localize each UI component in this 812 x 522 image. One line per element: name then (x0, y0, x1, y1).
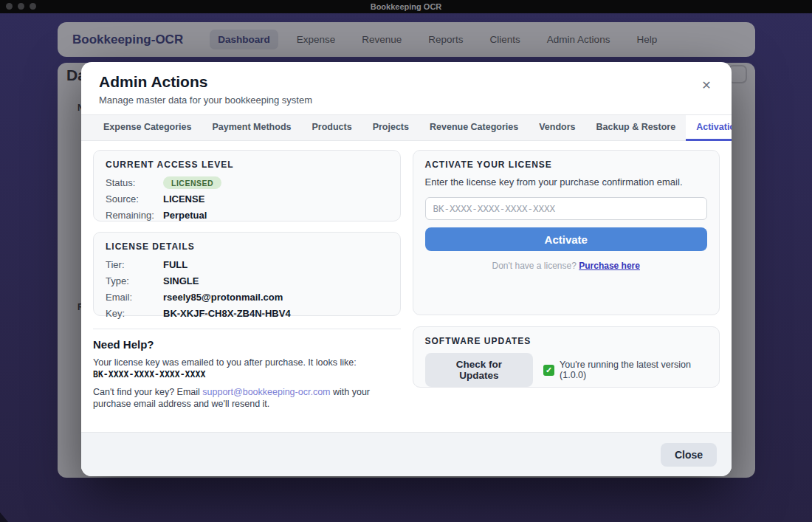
modal-tabbar: Expense Categories Payment Methods Produ… (81, 114, 732, 141)
tier-row: Tier: FULL (106, 258, 388, 271)
close-icon[interactable]: ✕ (698, 76, 715, 94)
email-label: Email: (106, 292, 163, 303)
version-status: ✓ You're running the latest version (1.0… (543, 360, 707, 380)
type-label: Type: (106, 275, 163, 286)
tab-vendors[interactable]: Vendors (529, 115, 585, 141)
license-key-input[interactable] (425, 197, 708, 220)
source-label: Source: (106, 193, 163, 205)
tab-revenue-categories[interactable]: Revenue Categories (419, 115, 529, 141)
key-value: BK-XKJF-CH8X-ZB4N-HBV4 (163, 308, 291, 319)
window-close-icon[interactable] (6, 3, 13, 10)
divider (93, 329, 401, 329)
nav-item-dashboard[interactable]: Dashboard (210, 30, 278, 49)
need-help-heading: Need Help? (93, 338, 401, 351)
nav-items: Dashboard Expense Revenue Reports Client… (210, 30, 665, 49)
titlebar: Bookkeeping OCR (0, 0, 812, 13)
activate-heading: ACTIVATE YOUR LICENSE (425, 159, 708, 170)
help-line-2: Can't find your key? Email support@bookk… (93, 386, 401, 411)
admin-actions-modal: Admin Actions Manage master data for you… (81, 62, 732, 476)
source-value: LICENSE (163, 193, 204, 205)
tab-expense-categories[interactable]: Expense Categories (93, 115, 202, 141)
email-value: rseely85@protonmail.com (163, 292, 283, 303)
remaining-value: Perpetual (163, 210, 207, 221)
nav-item-help[interactable]: Help (628, 30, 665, 49)
check-icon: ✓ (543, 365, 554, 376)
status-row: Status: LICENSED (106, 176, 388, 189)
nav-item-clients[interactable]: Clients (482, 30, 529, 49)
left-column: CURRENT ACCESS LEVEL Status: LICENSED So… (93, 150, 401, 411)
window-controls (6, 3, 36, 10)
key-label: Key: (106, 308, 163, 319)
nav-item-revenue[interactable]: Revenue (354, 30, 410, 49)
purchase-here-link[interactable]: Purchase here (579, 261, 640, 271)
app-navbar: Bookkeeping-OCR Dashboard Expense Revenu… (58, 22, 755, 57)
current-access-level-card: CURRENT ACCESS LEVEL Status: LICENSED So… (93, 150, 401, 221)
window-title: Bookkeeping OCR (371, 2, 442, 11)
tab-backup-restore[interactable]: Backup & Restore (586, 115, 687, 141)
tier-value: FULL (163, 259, 187, 270)
tier-label: Tier: (106, 259, 163, 270)
support-email-link[interactable]: support@bookkeeping-ocr.com (202, 387, 330, 397)
status-badge: LICENSED (163, 176, 221, 189)
source-row: Source: LICENSE (106, 193, 388, 205)
tab-projects[interactable]: Projects (362, 115, 419, 141)
key-row: Key: BK-XKJF-CH8X-ZB4N-HBV4 (106, 307, 388, 320)
no-license-text: Don't have a license? (492, 261, 579, 271)
tab-payment-methods[interactable]: Payment Methods (202, 115, 302, 141)
key-format-example: BK-XXXX-XXXX-XXXX-XXXX (93, 369, 401, 380)
modal-header: Admin Actions Manage master data for you… (81, 62, 732, 114)
modal-body: CURRENT ACCESS LEVEL Status: LICENSED So… (81, 141, 732, 411)
remaining-row: Remaining: Perpetual (106, 209, 388, 221)
window-minimize-icon[interactable] (18, 3, 24, 10)
need-help-section: Need Help? Your license key was emailed … (93, 338, 401, 411)
type-row: Type: SINGLE (106, 275, 388, 287)
modal-subtitle: Manage master data for your bookkeeping … (99, 95, 714, 106)
tab-activation[interactable]: Activation (686, 115, 732, 141)
remaining-label: Remaining: (106, 210, 163, 221)
help-line-2-prefix: Can't find your key? Email (93, 387, 202, 397)
activate-license-card: ACTIVATE YOUR LICENSE Enter the license … (413, 150, 720, 315)
access-level-heading: CURRENT ACCESS LEVEL (106, 159, 388, 170)
email-row: Email: rseely85@protonmail.com (106, 291, 388, 303)
software-updates-card: SOFTWARE UPDATES Check for Updates ✓ You… (413, 326, 720, 388)
purchase-line: Don't have a license? Purchase here (425, 261, 708, 271)
modal-title: Admin Actions (99, 73, 714, 91)
close-button[interactable]: Close (661, 443, 717, 467)
activate-description: Enter the license key from your purchase… (425, 176, 708, 188)
version-status-text: You're running the latest version (1.0.0… (560, 360, 707, 380)
app-logo[interactable]: Bookkeeping-OCR (72, 32, 183, 47)
window-zoom-icon[interactable] (30, 3, 36, 10)
tab-products[interactable]: Products (301, 115, 362, 141)
updates-row: Check for Updates ✓ You're running the l… (425, 353, 708, 387)
help-line-1: Your license key was emailed to you afte… (93, 357, 401, 369)
modal-footer: Close (81, 432, 732, 476)
status-label: Status: (106, 177, 163, 188)
nav-item-reports[interactable]: Reports (420, 30, 471, 49)
mouse-cursor (0, 512, 8, 522)
right-column: ACTIVATE YOUR LICENSE Enter the license … (413, 150, 720, 411)
software-updates-heading: SOFTWARE UPDATES (425, 336, 708, 346)
type-value: SINGLE (163, 275, 199, 286)
nav-item-expense[interactable]: Expense (289, 30, 344, 49)
license-details-heading: LICENSE DETAILS (106, 241, 388, 252)
nav-item-admin-actions[interactable]: Admin Actions (539, 30, 619, 49)
activate-button[interactable]: Activate (425, 227, 708, 251)
check-updates-button[interactable]: Check for Updates (425, 353, 534, 387)
license-details-card: LICENSE DETAILS Tier: FULL Type: SINGLE … (93, 232, 401, 316)
